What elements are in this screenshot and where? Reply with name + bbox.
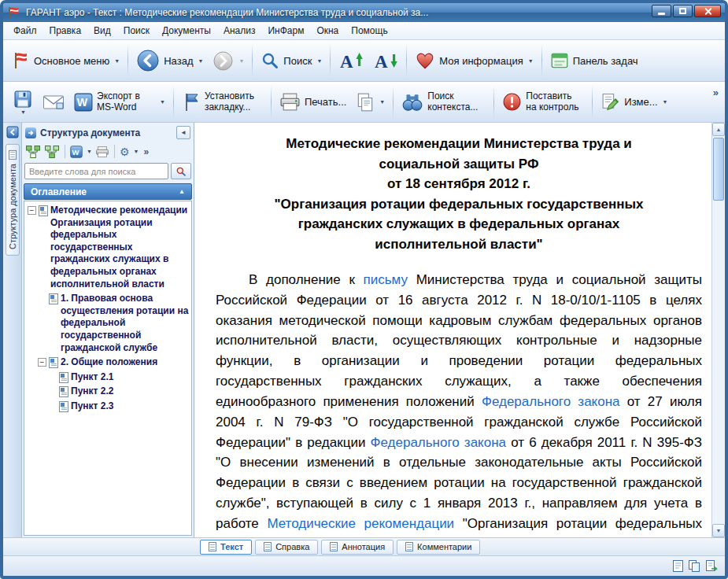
sidebar-toolbar-overflow-button[interactable]: » xyxy=(143,146,149,157)
expand-tree-icon[interactable] xyxy=(25,145,41,159)
tab-label: Комментарии xyxy=(417,542,471,551)
collapse-panel-button[interactable]: ◄ xyxy=(176,126,190,139)
document-icon xyxy=(59,401,68,412)
toc-tree-item[interactable]: Пункт 2.2 xyxy=(26,385,190,398)
tab-label: Аннотация xyxy=(342,542,385,551)
sidebar-search-button[interactable] xyxy=(171,163,191,179)
toc-collapse-icon[interactable]: ▲ xyxy=(179,188,185,195)
maximize-button[interactable] xyxy=(673,5,693,17)
menu-item[interactable]: Правка xyxy=(43,23,88,39)
document-title: Методические рекомендации Министерства т… xyxy=(253,134,666,254)
context-search-button[interactable]: Поиск контекста... xyxy=(397,88,490,116)
search-button[interactable]: Поиск ▼ xyxy=(256,48,327,73)
chevron-down-icon[interactable]: ▼ xyxy=(87,149,92,154)
tab-help[interactable]: Справка xyxy=(255,540,318,555)
put-on-watch-button[interactable]: Поставить на контроль xyxy=(497,88,589,116)
set-bookmark-label: Установить закладку... xyxy=(205,91,263,113)
tab-comments[interactable]: Комментарии xyxy=(397,540,480,555)
toolbar-overflow-button[interactable]: » xyxy=(713,87,719,98)
menu-item[interactable]: ИнФарм xyxy=(261,23,310,39)
gear-icon[interactable]: ⚙ xyxy=(120,146,130,157)
status-export-icon[interactable] xyxy=(705,559,719,573)
chevron-down-icon[interactable]: ▼ xyxy=(134,149,139,154)
document-link[interactable]: Федерального закона xyxy=(482,394,620,409)
close-button[interactable] xyxy=(694,5,721,17)
menu-item[interactable]: Файл xyxy=(7,23,43,39)
toolbar-separator xyxy=(493,86,494,119)
font-increase-button[interactable]: A xyxy=(334,46,368,75)
app-flag-icon xyxy=(7,6,21,19)
menu-item[interactable]: Документы xyxy=(156,23,217,39)
sidebar-search-input[interactable] xyxy=(24,163,168,179)
font-decrease-button[interactable]: A xyxy=(368,46,403,75)
document-icon xyxy=(59,372,68,383)
application-window: ГАРАНТ аэро - Текст : Методические реком… xyxy=(0,0,728,579)
set-bookmark-button[interactable]: Установить закладку... xyxy=(177,88,268,116)
export-word-button[interactable]: W Экспорт в MS-Word ▼ xyxy=(69,88,170,116)
back-button[interactable]: Назад ▼ xyxy=(131,46,208,76)
toc-header[interactable]: Оглавление ▲ xyxy=(24,183,192,200)
toc-tree-item[interactable]: −Методические рекомендации Организация р… xyxy=(26,205,190,290)
copy-button[interactable]: ▼ xyxy=(351,89,390,116)
vertical-scrollbar[interactable]: ▲ ▼ xyxy=(711,123,725,537)
menu-item[interactable]: Поиск xyxy=(117,23,156,39)
word-export-small-icon[interactable]: W xyxy=(70,146,83,158)
chevron-down-icon: ▼ xyxy=(20,109,26,115)
structure-panel-tab[interactable]: Структура документа xyxy=(6,144,20,256)
edit-pencil-icon xyxy=(601,92,620,112)
sidebar-search xyxy=(24,161,192,183)
toolbar-separator xyxy=(541,44,542,77)
search-small-icon xyxy=(176,166,187,177)
toc-item-label: Методические рекомендации Организация ро… xyxy=(50,205,190,290)
side-tab-strip: Структура документа xyxy=(3,123,22,537)
main-area: Структура документа Структура документа … xyxy=(3,123,725,537)
toc-tree-item[interactable]: 1. Правовая основа осуществления ротации… xyxy=(26,293,190,354)
tab-annotation[interactable]: Аннотация xyxy=(321,540,394,555)
tree-indent-spacer xyxy=(48,400,57,401)
tree-indent-spacer xyxy=(38,293,46,293)
chevron-down-icon: ▼ xyxy=(114,58,120,64)
document-link[interactable]: Методические рекомендации xyxy=(267,516,454,531)
tab-page-icon xyxy=(264,542,272,551)
tasks-panel-button[interactable]: Панель задач xyxy=(545,48,643,73)
toc-tree-item[interactable]: Пункт 2.1 xyxy=(26,371,190,384)
toc-tree-item[interactable]: Пункт 2.3 xyxy=(26,400,190,413)
scrollbar-thumb[interactable] xyxy=(713,138,724,201)
status-document-icon[interactable] xyxy=(672,559,684,573)
scroll-down-button[interactable]: ▼ xyxy=(712,524,725,537)
save-button[interactable]: ▼ xyxy=(8,87,38,118)
context-search-label: Поиск контекста... xyxy=(427,91,486,113)
menu-item[interactable]: Анализ xyxy=(217,23,262,39)
collapse-tree-icon[interactable] xyxy=(44,145,60,159)
minimize-button[interactable] xyxy=(652,5,671,17)
send-email-button[interactable] xyxy=(38,90,69,114)
main-menu-label: Основное меню xyxy=(34,55,109,67)
document-link[interactable]: письму xyxy=(364,272,408,287)
titlebar[interactable]: ГАРАНТ аэро - Текст : Методические реком… xyxy=(3,3,725,22)
edit-button[interactable]: Изме... ▼ xyxy=(596,89,672,115)
menu-item[interactable]: Вид xyxy=(87,23,117,39)
forward-button[interactable]: ▼ xyxy=(208,47,249,75)
magnifier-icon xyxy=(261,51,279,70)
document-view[interactable]: Методические рекомендации Министерства т… xyxy=(195,123,711,537)
menu-item[interactable]: Окна xyxy=(310,23,345,39)
my-information-button[interactable]: Моя информация ▼ xyxy=(410,48,538,73)
print-button[interactable]: Печать... xyxy=(275,89,351,115)
email-icon xyxy=(42,94,65,111)
dock-panel-icon[interactable] xyxy=(6,125,20,139)
tasks-panel-label: Панель задач xyxy=(573,55,638,67)
main-menu-button[interactable]: Основное меню ▼ xyxy=(8,48,124,73)
collapse-node-icon[interactable]: − xyxy=(38,358,46,367)
print-small-icon[interactable] xyxy=(95,146,109,158)
export-word-label: Экспорт в MS-Word xyxy=(97,91,155,113)
maximize-icon xyxy=(679,8,686,14)
binoculars-icon xyxy=(401,93,423,112)
document-link[interactable]: Федерального закона xyxy=(371,435,507,450)
collapse-node-icon[interactable]: − xyxy=(28,206,36,215)
toc-tree-item[interactable]: −2. Общие положения xyxy=(26,356,190,369)
menu-item[interactable]: Помощь xyxy=(345,23,394,39)
status-copy-icon[interactable] xyxy=(688,559,701,573)
tab-text[interactable]: Текст xyxy=(200,540,252,555)
scroll-up-button[interactable]: ▲ xyxy=(712,123,725,136)
scrollbar-track[interactable] xyxy=(712,136,725,524)
